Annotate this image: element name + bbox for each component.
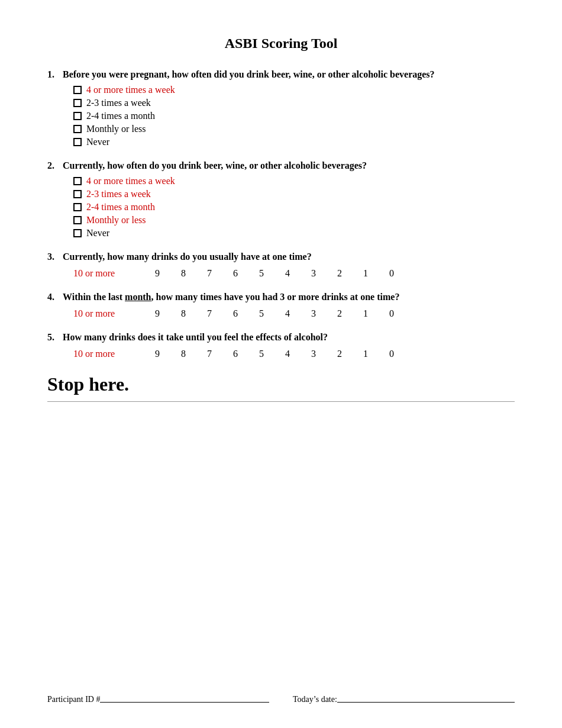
question-5: 5. How many drinks does it take until yo…: [47, 332, 515, 359]
option-label: Monthly or less: [86, 215, 146, 226]
list-item[interactable]: Never: [73, 228, 515, 239]
q2-options: 4 or more times a week 2-3 times a week …: [47, 176, 515, 239]
question-4: 4. Within the last month, how many times…: [47, 292, 515, 319]
question-3: 3. Currently, how many drinks do you usu…: [47, 252, 515, 279]
list-item[interactable]: Monthly or less: [73, 124, 515, 134]
scale-num-9: 9: [144, 308, 170, 319]
scale-num-1: 1: [353, 268, 379, 279]
list-item[interactable]: 2-4 times a month: [73, 111, 515, 121]
stop-here-text: Stop here.: [47, 373, 515, 395]
list-item[interactable]: 2-3 times a week: [73, 98, 515, 108]
scale-num-0: 0: [379, 349, 405, 359]
checkbox-icon[interactable]: [73, 86, 82, 94]
q4-text: Within the last month, how many times ha…: [63, 292, 515, 302]
scale-num-1: 1: [353, 349, 379, 359]
list-item[interactable]: 2-3 times a week: [73, 189, 515, 199]
footer: Participant ID # Today’s date:: [47, 695, 515, 704]
option-label: Monthly or less: [86, 124, 146, 134]
q1-options: 4 or more times a week 2-3 times a week …: [47, 85, 515, 147]
scale-num-0: 0: [379, 268, 405, 279]
scale-num-8: 8: [170, 268, 196, 279]
question-1-label: 1. Before you were pregnant, how often d…: [47, 69, 515, 80]
checkbox-icon[interactable]: [73, 177, 82, 185]
divider: [47, 401, 515, 402]
question-2: 2. Currently, how often do you drink bee…: [47, 160, 515, 239]
today-date-label: Today’s date:: [293, 695, 337, 704]
scale-num-5: 5: [248, 308, 274, 319]
checkbox-icon[interactable]: [73, 190, 82, 198]
question-4-label: 4. Within the last month, how many times…: [47, 292, 515, 302]
page: ASBI Scoring Tool 1. Before you were pre…: [0, 0, 562, 728]
checkbox-icon[interactable]: [73, 112, 82, 120]
scale-num-5: 5: [248, 349, 274, 359]
option-label: 2-3 times a week: [86, 189, 151, 199]
q1-text: Before you were pregnant, how often did …: [63, 69, 515, 80]
q4-number: 4.: [47, 292, 59, 302]
list-item[interactable]: 4 or more times a week: [73, 176, 515, 186]
q3-scale-row: 10 or more 9 8 7 6 5 4 3 2 1 0: [47, 268, 515, 279]
scale-num-3: 3: [301, 349, 327, 359]
question-5-label: 5. How many drinks does it take until yo…: [47, 332, 515, 343]
scale-num-2: 2: [327, 308, 353, 319]
question-2-label: 2. Currently, how often do you drink bee…: [47, 160, 515, 171]
participant-id-line: [100, 702, 269, 703]
scale-num-0: 0: [379, 308, 405, 319]
q3-number: 3.: [47, 252, 59, 262]
option-label: Never: [86, 137, 109, 147]
scale-num-9: 9: [144, 349, 170, 359]
checkbox-icon[interactable]: [73, 203, 82, 211]
scale-num-6: 6: [222, 268, 248, 279]
page-title: ASBI Scoring Tool: [47, 36, 515, 51]
list-item[interactable]: 4 or more times a week: [73, 85, 515, 95]
q4-text-after: , how many times have you had 3 or more …: [151, 292, 400, 302]
scale-num-7: 7: [196, 268, 222, 279]
checkbox-icon[interactable]: [73, 99, 82, 107]
checkbox-icon[interactable]: [73, 125, 82, 133]
scale-num-1: 1: [353, 308, 379, 319]
option-label: 2-3 times a week: [86, 98, 151, 108]
scale-num-8: 8: [170, 308, 196, 319]
scale-ten-or-more: 10 or more: [73, 308, 144, 319]
list-item[interactable]: Never: [73, 137, 515, 147]
scale-num-2: 2: [327, 268, 353, 279]
q5-number: 5.: [47, 332, 59, 343]
scale-num-7: 7: [196, 308, 222, 319]
question-1: 1. Before you were pregnant, how often d…: [47, 69, 515, 147]
q2-number: 2.: [47, 160, 59, 171]
scale-num-5: 5: [248, 268, 274, 279]
option-label: 2-4 times a month: [86, 202, 155, 212]
scale-num-8: 8: [170, 349, 196, 359]
scale-num-3: 3: [301, 268, 327, 279]
q3-text: Currently, how many drinks do you usuall…: [63, 252, 515, 262]
option-label: 4 or more times a week: [86, 85, 175, 95]
scale-num-7: 7: [196, 349, 222, 359]
q2-text: Currently, how often do you drink beer, …: [63, 160, 515, 171]
q4-text-before: Within the last: [63, 292, 125, 302]
q4-text-underline: month: [125, 292, 151, 302]
scale-num-6: 6: [222, 349, 248, 359]
today-date-line: [337, 702, 515, 703]
option-label: 2-4 times a month: [86, 111, 155, 121]
checkbox-icon[interactable]: [73, 216, 82, 224]
scale-num-4: 4: [274, 268, 301, 279]
question-3-label: 3. Currently, how many drinks do you usu…: [47, 252, 515, 262]
q5-scale-row: 10 or more 9 8 7 6 5 4 3 2 1 0: [47, 349, 515, 359]
scale-num-9: 9: [144, 268, 170, 279]
option-label: 4 or more times a week: [86, 176, 175, 186]
scale-ten-or-more: 10 or more: [73, 268, 144, 279]
checkbox-icon[interactable]: [73, 229, 82, 237]
q4-scale-row: 10 or more 9 8 7 6 5 4 3 2 1 0: [47, 308, 515, 319]
participant-id-label: Participant ID #: [47, 695, 100, 704]
list-item[interactable]: 2-4 times a month: [73, 202, 515, 212]
scale-num-3: 3: [301, 308, 327, 319]
checkbox-icon[interactable]: [73, 138, 82, 146]
q1-number: 1.: [47, 69, 59, 80]
scale-num-4: 4: [274, 349, 301, 359]
list-item[interactable]: Monthly or less: [73, 215, 515, 226]
scale-num-4: 4: [274, 308, 301, 319]
scale-ten-or-more: 10 or more: [73, 349, 144, 359]
q5-text: How many drinks does it take until you f…: [63, 332, 515, 343]
scale-num-6: 6: [222, 308, 248, 319]
option-label: Never: [86, 228, 109, 239]
scale-num-2: 2: [327, 349, 353, 359]
